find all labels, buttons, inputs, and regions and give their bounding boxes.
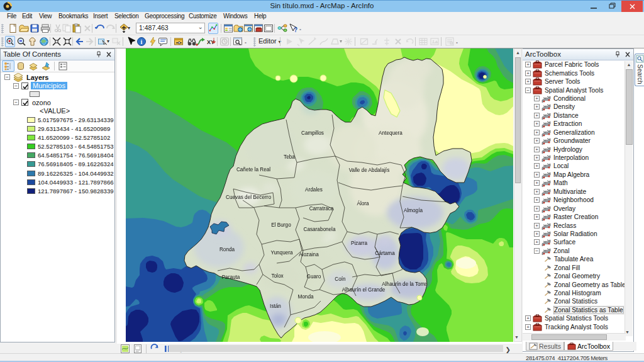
svg-text:Valle de Abdalajís: Valle de Abdalajís [349,167,389,173]
svg-text:Istán: Istán [270,303,281,309]
svg-text:Pizarra: Pizarra [351,240,367,246]
svg-text:Teba: Teba [284,154,295,160]
svg-text:Coín: Coín [335,276,346,282]
svg-text:Alhaurín de la Torre: Alhaurín de la Torre [382,281,427,287]
svg-text:Álora: Álora [357,200,369,206]
svg-text:Parauta: Parauta [222,274,240,280]
svg-text:Alozaina: Alozaina [299,252,319,257]
svg-text:Cuevas del Becerro: Cuevas del Becerro [226,195,271,200]
svg-text:Casarabonela: Casarabonela [304,227,336,232]
svg-text:Almogía: Almogía [404,208,423,213]
svg-text:Yunquera: Yunquera [270,250,293,256]
svg-text:Ardales: Ardales [305,187,323,193]
svg-text:Ronda: Ronda [219,247,235,252]
svg-text:Carratraca: Carratraca [309,206,334,212]
svg-text:Campillos: Campillos [301,130,324,136]
svg-text:Cártama: Cártama [375,251,395,256]
svg-text:Monda: Monda [297,294,313,300]
svg-text:i: i [141,38,143,45]
svg-text:Tolox: Tolox [271,273,283,279]
svg-text:?: ? [294,26,297,33]
svg-text:Alhaurín el Grande: Alhaurín el Grande [342,287,386,293]
svg-text:Guaro: Guaro [307,274,321,280]
svg-text:Antequera: Antequera [379,130,402,136]
svg-text:El Burgo: El Burgo [271,222,291,228]
svg-text:Cañete la Real: Cañete la Real [236,167,270,173]
